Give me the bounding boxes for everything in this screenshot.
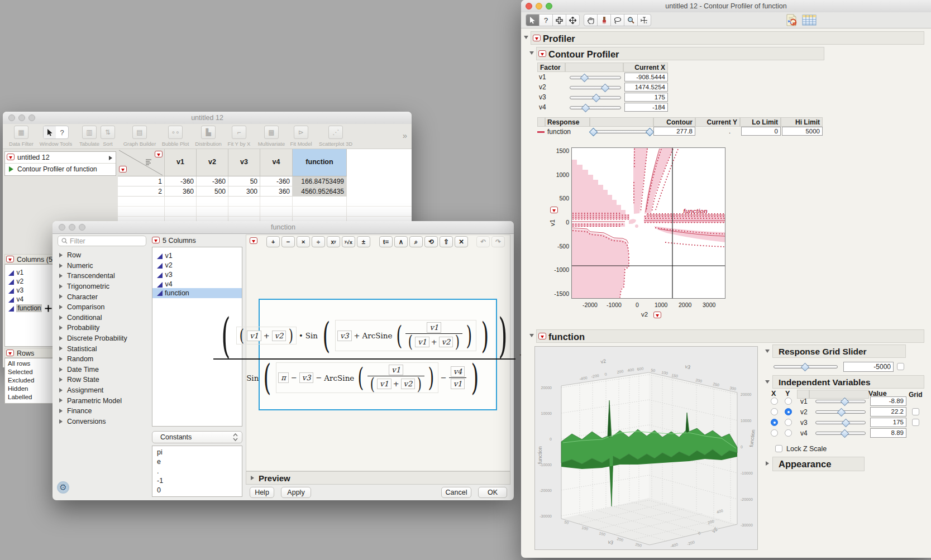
indep-v2-value[interactable]: 22.2 (870, 407, 906, 417)
settings-gear-button[interactable]: ⚙ (57, 481, 69, 494)
cancel-button[interactable]: Cancel (441, 487, 471, 498)
grid-slider-disclosure[interactable] (765, 350, 770, 353)
x-radio-v3[interactable] (771, 419, 778, 426)
fx-column-v1[interactable]: v1 (157, 251, 173, 261)
toolbar-distribution[interactable]: ▙Distribution (190, 126, 226, 147)
rows-menu-hotspot[interactable] (6, 350, 14, 356)
independent-variables-disclosure[interactable] (765, 380, 770, 384)
function-section-disclosure[interactable] (529, 334, 534, 337)
factor-v3-value[interactable]: 175 (624, 93, 668, 102)
constants-select[interactable]: Constants (152, 431, 242, 443)
move-tool-button[interactable] (566, 14, 580, 26)
toolbar-window-tools[interactable]: ? Window Tools (37, 126, 74, 147)
category-discrete-probability[interactable]: Discrete Probability (55, 333, 149, 344)
ok-button[interactable]: OK (478, 487, 507, 498)
columns-grid-hotspot[interactable] (155, 151, 163, 157)
grid-checkbox-v3[interactable] (912, 419, 919, 426)
row-number[interactable]: 2 (118, 186, 165, 197)
surface-plot[interactable]: 20000 10000 0 -10000 -20000 -30000 20000… (534, 346, 758, 550)
category-conversions[interactable]: Conversions (55, 417, 149, 427)
category-finance[interactable]: Finance (55, 406, 149, 417)
toolbar-multivariate[interactable]: ▩Multivariate (254, 126, 289, 147)
columns-list-hotspot[interactable] (152, 237, 160, 243)
op-add-button[interactable]: + (266, 236, 280, 247)
v2-axis-hotspot[interactable] (653, 312, 661, 318)
formula-expression-box[interactable]: ( (v1+v2) • Sin ( v3+ ArcSine ( v1 (v1+v… (259, 299, 497, 410)
preview-disclosure-icon[interactable] (251, 476, 254, 480)
data-table-button[interactable] (802, 13, 817, 27)
v1-axis-hotspot[interactable] (550, 207, 558, 213)
indep-v4-value[interactable]: 8.89 (870, 428, 906, 438)
profiler-titlebar[interactable]: untitled 12 - Contour Profiler of functi… (521, 0, 931, 13)
indep-v1-slider[interactable] (815, 400, 866, 403)
toolbar-graph-builder[interactable]: ▤Graph Builder (120, 126, 159, 147)
category-conditional[interactable]: Conditional (55, 313, 149, 323)
category-parametric-model[interactable]: Parametric Model (55, 395, 149, 406)
y-radio-v1[interactable] (785, 398, 792, 405)
x-radio-v2[interactable] (771, 408, 778, 415)
op-boxing-button[interactable]: ⇧ (440, 236, 453, 247)
redo-button[interactable]: ↷ (491, 236, 505, 247)
op-root-button[interactable]: ʸ√x (342, 236, 355, 247)
datatable-titlebar[interactable]: untitled 12 (3, 112, 412, 125)
profiler-disclosure[interactable] (524, 36, 528, 39)
formula-canvas[interactable]: + − × ÷ xʸ ʸ√x ± t= ∧ ⌕ ⟲ ⇧ ✕ ↶ ↷ ( (v1+… (246, 234, 510, 471)
run-script-icon[interactable] (9, 166, 13, 172)
indep-v3-value[interactable]: 175 (870, 418, 906, 427)
op-delete-button[interactable]: ✕ (455, 236, 468, 247)
op-subtract-button[interactable]: − (281, 236, 295, 247)
cell-r2-function[interactable]: 4560.9526435 (293, 186, 347, 197)
constant-pi[interactable]: pi (157, 448, 163, 456)
y-radio-v2[interactable] (785, 408, 792, 415)
appearance-disclosure[interactable] (766, 461, 769, 466)
cell-r1-v1[interactable]: -360 (165, 176, 197, 186)
cell-r1-v3[interactable]: 50 (228, 176, 260, 186)
toolbar-data-filter[interactable]: ▦Data Filter (5, 126, 37, 147)
factor-v4-value[interactable]: -184 (624, 103, 668, 112)
contour-range-slider[interactable] (591, 130, 652, 133)
indep-v2-slider[interactable] (815, 410, 866, 414)
indep-v1-value[interactable]: -8.89 (870, 396, 906, 406)
fx-column-function[interactable]: function (152, 288, 242, 298)
cell-r2-v3[interactable]: 300 (228, 186, 260, 197)
category-row[interactable]: Row (55, 250, 149, 261)
category-comparison[interactable]: Comparison (55, 302, 149, 313)
category-row-state[interactable]: Row State (55, 375, 149, 385)
op-zoom-button[interactable]: ⌕ (409, 236, 423, 247)
contour-value[interactable]: 277.8 (653, 127, 695, 136)
contour-plot[interactable]: function (571, 147, 725, 299)
rows-grid-hotspot[interactable] (119, 166, 127, 173)
factor-v2-slider[interactable] (570, 86, 621, 89)
brush-tool-button[interactable] (597, 14, 611, 26)
hi-limit-value[interactable]: 5000 (782, 127, 823, 136)
op-multiply-button[interactable]: × (297, 236, 310, 247)
lasso-tool-button[interactable] (610, 14, 624, 26)
table-menu-hotspot[interactable] (7, 154, 15, 160)
contour-xlabel[interactable]: v2 (641, 311, 648, 318)
category-statistical[interactable]: Statistical (55, 343, 149, 354)
constant-dot[interactable]: . (157, 467, 159, 475)
factor-v2-value[interactable]: 1474.5254 (624, 83, 668, 92)
category-transcendental[interactable]: Transcendental (55, 271, 149, 281)
profiler-hotspot[interactable] (533, 35, 541, 41)
fx-column-v3[interactable]: v3 (157, 270, 173, 280)
cell-r2-v2[interactable]: 500 (197, 186, 228, 197)
cell-r1-v4[interactable]: -360 (260, 176, 293, 186)
columns-menu-hotspot[interactable] (6, 256, 14, 262)
op-sign-button[interactable]: ± (357, 236, 370, 247)
toolbar-fit-model[interactable]: ⊳Fit Model (287, 126, 316, 147)
op-edit-button[interactable]: t= (379, 236, 393, 247)
toolbar-bubble-plot[interactable]: ∘∘Bubble Plot (158, 126, 193, 147)
toolbar-overflow-chevron[interactable]: » (403, 131, 407, 140)
cell-r1-v2[interactable]: -360 (197, 176, 228, 186)
contour-ylabel[interactable]: v1 (549, 219, 556, 226)
help-tool-icon[interactable]: ? (56, 126, 68, 138)
cell-r2-v1[interactable]: 360 (165, 186, 197, 197)
function-hotspot[interactable] (538, 333, 546, 339)
panel-collapse-icon[interactable] (109, 156, 112, 160)
column-header-v3[interactable]: v3 (228, 149, 260, 176)
grid-slider-value[interactable]: -5000 (843, 362, 894, 372)
grabber-tool-button[interactable] (584, 14, 598, 26)
indep-v3-slider[interactable] (815, 421, 866, 424)
toolbar-fit-y-by-x[interactable]: ⌐Fit Y by X (223, 126, 255, 147)
